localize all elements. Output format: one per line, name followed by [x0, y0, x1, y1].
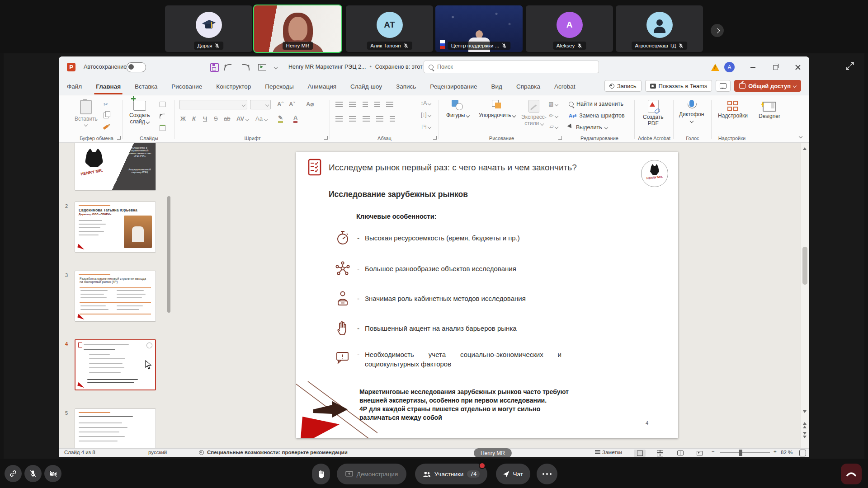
align-right-button[interactable]: [363, 116, 370, 122]
increase-indent-button[interactable]: [374, 102, 380, 107]
tab-transitions[interactable]: Переходы: [264, 81, 294, 92]
language-indicator[interactable]: русский: [148, 450, 167, 455]
text-direction-button[interactable]: ↕A: [420, 100, 431, 106]
participant-tile-alik[interactable]: АТ Алик Таноян: [346, 5, 433, 52]
minimize-button[interactable]: [746, 62, 760, 73]
tab-record[interactable]: Запись: [395, 81, 417, 92]
decrease-indent-button[interactable]: [363, 102, 368, 107]
convert-smartart-button[interactable]: ◳: [421, 123, 431, 130]
zoom-slider[interactable]: [720, 452, 770, 453]
slide-layout-button[interactable]: [158, 101, 166, 108]
microphone-muted-button[interactable]: [24, 465, 42, 482]
more-participants-button[interactable]: [711, 24, 724, 37]
new-slide-button[interactable]: Создатьслайд: [129, 101, 150, 125]
warning-icon[interactable]: [711, 64, 719, 71]
shrink-font-button[interactable]: Аˇ: [289, 101, 295, 108]
tab-design[interactable]: Конструктор: [215, 81, 252, 92]
font-color-button[interactable]: А: [293, 114, 297, 123]
comments-button[interactable]: [716, 80, 731, 92]
align-center-button[interactable]: [349, 116, 356, 122]
collapse-ribbon-chevron[interactable]: [799, 135, 802, 138]
cut-button[interactable]: ✂: [102, 101, 110, 108]
restore-button[interactable]: [769, 62, 782, 73]
account-avatar[interactable]: A: [724, 62, 735, 72]
save-button[interactable]: [209, 62, 220, 73]
fit-to-window-button[interactable]: [799, 450, 806, 456]
search-input[interactable]: Поиск: [424, 61, 599, 73]
tab-insert[interactable]: Вставка: [134, 81, 158, 92]
underline-button[interactable]: Ч: [203, 115, 207, 122]
font-size-select[interactable]: [250, 100, 271, 109]
dialog-launcher[interactable]: [433, 136, 437, 140]
italic-button[interactable]: К: [192, 115, 196, 122]
close-button[interactable]: [791, 62, 805, 73]
copy-link-button[interactable]: [5, 465, 22, 482]
scroll-down-arrow[interactable]: [803, 410, 807, 415]
more-options-button[interactable]: [537, 464, 557, 484]
next-slide-button[interactable]: [803, 432, 807, 440]
tab-draw[interactable]: Рисование: [170, 81, 203, 92]
strikethrough-button[interactable]: S: [214, 115, 218, 122]
arrange-button[interactable]: Упорядочить: [479, 100, 515, 118]
reading-view-button[interactable]: [675, 450, 686, 457]
paste-button[interactable]: Вставить: [75, 100, 98, 126]
tab-home[interactable]: Главная: [95, 81, 122, 92]
grow-font-button[interactable]: Аˆ: [277, 101, 283, 108]
tab-help[interactable]: Справка: [515, 81, 541, 92]
font-name-select[interactable]: [179, 100, 247, 109]
share-button[interactable]: Общий доступ: [734, 80, 801, 92]
zoom-level[interactable]: 82 %: [781, 450, 793, 455]
customize-toolbar-chevron[interactable]: [270, 62, 281, 73]
screen-share-button[interactable]: Демонстрация: [337, 464, 406, 484]
slide-thumbnail-1[interactable]: HENRY MR. Общество с ограниченной ответс…: [75, 143, 156, 191]
slideshow-view-button[interactable]: [693, 450, 705, 457]
align-text-button[interactable]: [↕]: [421, 112, 431, 118]
replace-fonts-button[interactable]: A⇄Замена шрифтов: [569, 113, 625, 119]
document-scrollbar[interactable]: [801, 143, 809, 448]
dialog-launcher[interactable]: [117, 136, 121, 140]
record-button[interactable]: Запись: [604, 80, 642, 92]
shape-outline-button[interactable]: ✏: [549, 113, 558, 119]
slide-thumbnail-5[interactable]: [75, 408, 156, 448]
select-button[interactable]: Выделить: [569, 124, 608, 131]
expand-fullscreen-icon[interactable]: [845, 61, 854, 70]
justify-button[interactable]: [376, 116, 383, 122]
undo-button[interactable]: [222, 62, 233, 73]
clear-formatting-button[interactable]: А⌀: [306, 101, 314, 108]
normal-view-button[interactable]: [634, 450, 646, 457]
raise-hand-button[interactable]: [312, 464, 330, 484]
find-replace-button[interactable]: Найти и заменить: [569, 101, 623, 107]
notes-button[interactable]: Заметки: [595, 450, 622, 455]
chat-button[interactable]: Чат: [496, 464, 530, 484]
tab-review[interactable]: Рецензирование: [429, 81, 478, 92]
text-shadow-button[interactable]: ab: [224, 115, 230, 122]
previous-slide-button[interactable]: [803, 420, 807, 428]
start-slideshow-button[interactable]: [257, 62, 268, 73]
slide-canvas[interactable]: Исследуем рынок первый раз: с чего начат…: [296, 152, 678, 438]
quick-styles-button[interactable]: Экспресс-стили: [521, 100, 547, 127]
tab-acrobat[interactable]: Acrobat: [553, 81, 576, 92]
copy-button[interactable]: [102, 112, 110, 119]
dialog-launcher[interactable]: [324, 136, 328, 140]
slide-thumbnail-3[interactable]: Разработка маркетинговой стратегии выход…: [75, 271, 156, 322]
thumbnail-panel-scrollbar[interactable]: [167, 196, 170, 313]
section-button[interactable]: [158, 124, 166, 131]
tab-animations[interactable]: Анимация: [307, 81, 337, 92]
slide-thumbnail-2[interactable]: Евдокимова Татьяна Юрьевна Директор ООО …: [75, 202, 156, 253]
accessibility-status[interactable]: Специальные возможности: проверьте реком…: [207, 450, 348, 455]
scrollbar-thumb[interactable]: [802, 247, 807, 285]
numbering-button[interactable]: [349, 102, 356, 107]
shapes-button[interactable]: Фигуры: [446, 100, 469, 118]
dictate-button[interactable]: Диктофон: [679, 100, 704, 124]
tab-view[interactable]: Вид: [491, 81, 503, 92]
tab-file[interactable]: Файл: [66, 81, 83, 92]
line-spacing-button[interactable]: [386, 102, 393, 107]
zoom-in-button[interactable]: +: [774, 449, 777, 454]
designer-button[interactable]: Designer: [759, 102, 780, 119]
bullets-button[interactable]: [335, 102, 343, 107]
leave-call-button[interactable]: [841, 464, 862, 484]
dialog-launcher[interactable]: [558, 136, 562, 140]
slide-sorter-view-button[interactable]: [654, 450, 665, 457]
format-painter-button[interactable]: [102, 123, 110, 131]
scroll-up-arrow[interactable]: [803, 145, 807, 150]
